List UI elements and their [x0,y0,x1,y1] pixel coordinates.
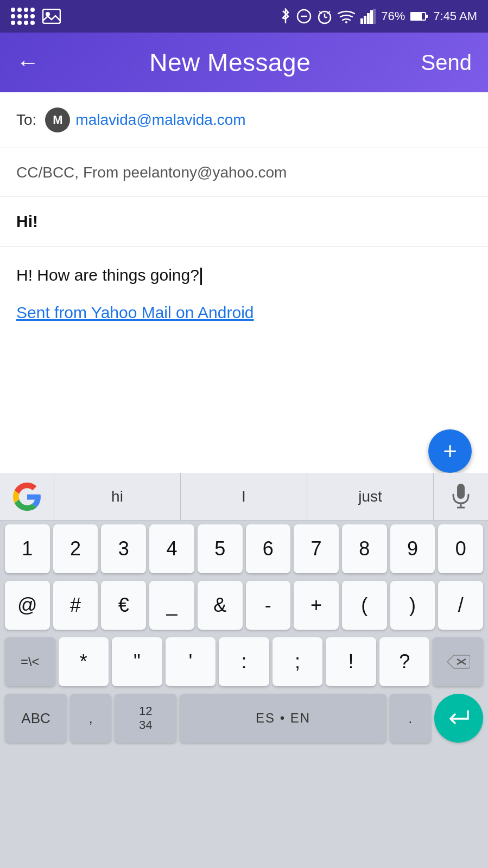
key-at[interactable]: @ [5,581,50,630]
key-question[interactable]: ? [379,637,430,686]
time-display: 7:45 AM [433,9,477,23]
text-cursor [200,268,202,285]
mic-button[interactable] [434,473,488,520]
google-logo [0,473,54,520]
number-row: 1 2 3 4 5 6 7 8 9 0 [0,521,488,577]
key-ampersand[interactable]: & [198,581,243,630]
key-underscore[interactable]: _ [149,581,194,630]
avatar-letter: M [53,113,62,127]
suggestion-just[interactable]: just [307,473,434,520]
minus-circle-icon [296,9,312,24]
key-1[interactable]: 1 [5,524,50,573]
svg-rect-10 [360,18,363,24]
key-euro[interactable]: € [101,581,146,630]
svg-rect-11 [364,16,366,24]
svg-marker-14 [373,9,376,24]
dot-grid-icon [11,8,35,25]
status-bar-left-icons [11,8,61,25]
key-5[interactable]: 5 [198,524,243,573]
key-numbers-toggle[interactable]: 1234 [115,694,176,743]
keyboard: hi I just 1 2 3 4 5 6 7 8 9 0 @ # [0,473,488,868]
symbol-row-2: =\< * " ' : ; ! ? [0,633,488,690]
body-text: H! How are things going? [16,263,472,287]
key-rparen[interactable]: ) [390,581,435,630]
subject-field-row[interactable]: Hi! [0,197,488,246]
recipient-email[interactable]: malavida@malavida.com [75,111,245,129]
svg-point-9 [345,21,347,23]
key-singlequote[interactable]: ' [166,637,216,686]
to-field-row[interactable]: To: M malavida@malavida.com [0,92,488,148]
svg-rect-17 [426,15,428,18]
suggestions-bar: hi I just [0,473,488,521]
key-shift-symbols[interactable]: =\< [5,637,55,686]
key-abc[interactable]: ABC [5,694,67,743]
status-bar-right-icons: 76% 7:45 AM [280,8,477,24]
bluetooth-icon [280,8,291,24]
key-period[interactable]: . [390,694,431,743]
recipient-chip[interactable]: M malavida@malavida.com [45,107,245,132]
signature-link[interactable]: Sent from Yahoo Mail on Android [16,303,472,322]
signature-text: Sent from Yahoo Mail on Android [16,303,254,321]
key-2[interactable]: 2 [53,524,98,573]
key-4[interactable]: 4 [149,524,194,573]
key-lparen[interactable]: ( [342,581,387,630]
key-comma[interactable]: , [70,694,111,743]
google-g-icon [13,483,41,511]
send-button[interactable]: Send [421,50,472,75]
symbol-row-1: @ # € _ & - + ( ) / [0,577,488,633]
key-exclaim[interactable]: ! [326,637,376,686]
status-bar: 76% 7:45 AM [0,0,488,33]
key-plus[interactable]: + [294,581,339,630]
key-0[interactable]: 0 [438,524,483,573]
key-slash[interactable]: / [438,581,483,630]
body-area[interactable]: H! How are things going? Sent from Yahoo… [0,246,488,453]
page-title: New Message [149,48,310,77]
compose-fab[interactable]: + [428,429,472,473]
subject-value: Hi! [16,212,38,231]
key-6[interactable]: 6 [246,524,291,573]
back-button[interactable]: ← [16,49,39,75]
signal-icon [360,9,376,24]
key-3[interactable]: 3 [101,524,146,573]
key-colon[interactable]: : [219,637,269,686]
wifi-icon [338,9,355,23]
image-icon [42,9,61,24]
key-enter[interactable] [434,694,483,743]
key-asterisk[interactable]: * [59,637,109,686]
fab-plus-icon[interactable]: + [428,429,472,473]
key-hash[interactable]: # [53,581,98,630]
alarm-icon [317,8,332,24]
svg-rect-18 [457,484,465,499]
bottom-row: ABC , 1234 ES • EN . [0,690,488,750]
key-delete[interactable] [433,637,483,686]
battery-icon [410,11,428,22]
svg-rect-13 [370,10,373,24]
svg-rect-16 [411,13,422,20]
suggestion-i[interactable]: I [181,473,307,520]
to-label: To: [16,111,36,129]
key-minus[interactable]: - [246,581,291,630]
battery-percent: 76% [381,9,405,23]
recipient-avatar: M [45,107,70,132]
key-semicolon[interactable]: ; [272,637,323,686]
cc-bcc-field-row[interactable]: CC/BCC, From peelantony@yahoo.com [0,148,488,197]
app-bar: ← New Message Send [0,33,488,92]
svg-rect-0 [43,9,60,23]
email-form: To: M malavida@malavida.com CC/BCC, From… [0,92,488,246]
key-7[interactable]: 7 [294,524,339,573]
microphone-icon [452,484,470,510]
cc-bcc-label: CC/BCC, From peelantony@yahoo.com [16,164,287,181]
key-doublequote[interactable]: " [112,637,162,686]
suggestion-hi[interactable]: hi [54,473,181,520]
enter-icon [448,710,469,726]
svg-rect-12 [367,13,370,24]
body-content: H! How are things going? [16,266,199,284]
delete-icon [446,653,470,670]
key-9[interactable]: 9 [390,524,435,573]
key-8[interactable]: 8 [342,524,387,573]
key-space[interactable]: ES • EN [180,694,386,743]
